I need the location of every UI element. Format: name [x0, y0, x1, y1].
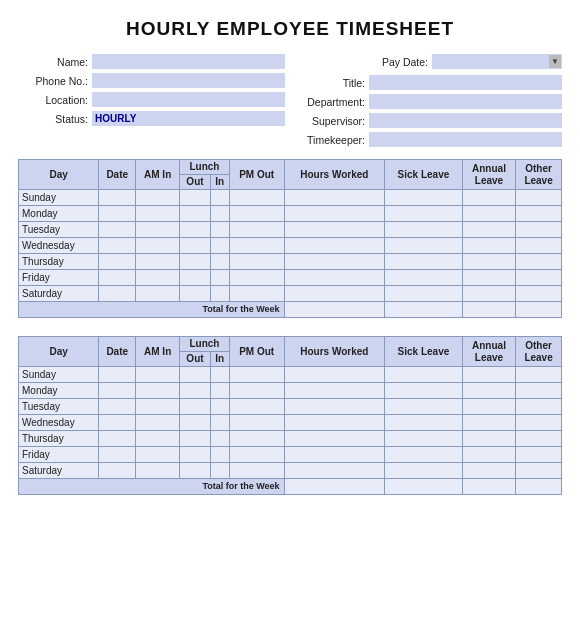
- total-annual-leave[interactable]: [462, 479, 515, 495]
- supervisor-input[interactable]: [369, 113, 562, 128]
- other-leave-cell[interactable]: [516, 399, 562, 415]
- pm-out-cell[interactable]: [229, 415, 284, 431]
- pm-out-cell[interactable]: [229, 190, 284, 206]
- lunch-out-cell[interactable]: [180, 463, 210, 479]
- timekeeper-input[interactable]: [369, 132, 562, 147]
- hours-worked-cell[interactable]: [284, 254, 384, 270]
- hours-worked-cell[interactable]: [284, 367, 384, 383]
- date-cell[interactable]: [99, 399, 136, 415]
- lunch-out-cell[interactable]: [180, 190, 210, 206]
- hours-worked-cell[interactable]: [284, 431, 384, 447]
- annual-leave-cell[interactable]: [462, 222, 515, 238]
- pm-out-cell[interactable]: [229, 399, 284, 415]
- hours-worked-cell[interactable]: [284, 270, 384, 286]
- date-cell[interactable]: [99, 431, 136, 447]
- am-in-cell[interactable]: [136, 270, 180, 286]
- annual-leave-cell[interactable]: [462, 206, 515, 222]
- annual-leave-cell[interactable]: [462, 399, 515, 415]
- date-cell[interactable]: [99, 286, 136, 302]
- annual-leave-cell[interactable]: [462, 367, 515, 383]
- total-sick-leave[interactable]: [385, 479, 463, 495]
- am-in-cell[interactable]: [136, 399, 180, 415]
- sick-leave-cell[interactable]: [385, 383, 463, 399]
- date-cell[interactable]: [99, 222, 136, 238]
- lunch-in-cell[interactable]: [210, 222, 229, 238]
- total-hours-worked[interactable]: [284, 302, 384, 318]
- other-leave-cell[interactable]: [516, 447, 562, 463]
- total-annual-leave[interactable]: [462, 302, 515, 318]
- location-input[interactable]: [92, 92, 285, 107]
- date-cell[interactable]: [99, 190, 136, 206]
- pm-out-cell[interactable]: [229, 222, 284, 238]
- sick-leave-cell[interactable]: [385, 431, 463, 447]
- status-input[interactable]: HOURLY: [92, 111, 285, 126]
- other-leave-cell[interactable]: [516, 383, 562, 399]
- other-leave-cell[interactable]: [516, 431, 562, 447]
- other-leave-cell[interactable]: [516, 463, 562, 479]
- sick-leave-cell[interactable]: [385, 190, 463, 206]
- lunch-out-cell[interactable]: [180, 447, 210, 463]
- annual-leave-cell[interactable]: [462, 383, 515, 399]
- am-in-cell[interactable]: [136, 206, 180, 222]
- annual-leave-cell[interactable]: [462, 190, 515, 206]
- date-cell[interactable]: [99, 383, 136, 399]
- sick-leave-cell[interactable]: [385, 238, 463, 254]
- sick-leave-cell[interactable]: [385, 463, 463, 479]
- sick-leave-cell[interactable]: [385, 399, 463, 415]
- lunch-out-cell[interactable]: [180, 254, 210, 270]
- title-input[interactable]: [369, 75, 562, 90]
- other-leave-cell[interactable]: [516, 238, 562, 254]
- am-in-cell[interactable]: [136, 222, 180, 238]
- annual-leave-cell[interactable]: [462, 463, 515, 479]
- lunch-in-cell[interactable]: [210, 238, 229, 254]
- pm-out-cell[interactable]: [229, 286, 284, 302]
- annual-leave-cell[interactable]: [462, 447, 515, 463]
- annual-leave-cell[interactable]: [462, 431, 515, 447]
- pm-out-cell[interactable]: [229, 431, 284, 447]
- annual-leave-cell[interactable]: [462, 270, 515, 286]
- lunch-in-cell[interactable]: [210, 254, 229, 270]
- sick-leave-cell[interactable]: [385, 286, 463, 302]
- lunch-in-cell[interactable]: [210, 415, 229, 431]
- pm-out-cell[interactable]: [229, 238, 284, 254]
- lunch-in-cell[interactable]: [210, 367, 229, 383]
- lunch-in-cell[interactable]: [210, 447, 229, 463]
- am-in-cell[interactable]: [136, 415, 180, 431]
- annual-leave-cell[interactable]: [462, 238, 515, 254]
- other-leave-cell[interactable]: [516, 415, 562, 431]
- sick-leave-cell[interactable]: [385, 415, 463, 431]
- lunch-out-cell[interactable]: [180, 367, 210, 383]
- lunch-out-cell[interactable]: [180, 286, 210, 302]
- sick-leave-cell[interactable]: [385, 254, 463, 270]
- date-cell[interactable]: [99, 254, 136, 270]
- other-leave-cell[interactable]: [516, 286, 562, 302]
- hours-worked-cell[interactable]: [284, 399, 384, 415]
- hours-worked-cell[interactable]: [284, 383, 384, 399]
- sick-leave-cell[interactable]: [385, 447, 463, 463]
- department-input[interactable]: [369, 94, 562, 109]
- other-leave-cell[interactable]: [516, 206, 562, 222]
- total-hours-worked[interactable]: [284, 479, 384, 495]
- annual-leave-cell[interactable]: [462, 254, 515, 270]
- date-cell[interactable]: [99, 238, 136, 254]
- lunch-in-cell[interactable]: [210, 383, 229, 399]
- phone-input[interactable]: [92, 73, 285, 88]
- pm-out-cell[interactable]: [229, 463, 284, 479]
- lunch-out-cell[interactable]: [180, 206, 210, 222]
- lunch-out-cell[interactable]: [180, 431, 210, 447]
- lunch-in-cell[interactable]: [210, 286, 229, 302]
- lunch-out-cell[interactable]: [180, 270, 210, 286]
- dropdown-arrow-icon[interactable]: ▼: [549, 55, 561, 68]
- total-other-leave[interactable]: [516, 302, 562, 318]
- lunch-in-cell[interactable]: [210, 463, 229, 479]
- annual-leave-cell[interactable]: [462, 286, 515, 302]
- am-in-cell[interactable]: [136, 367, 180, 383]
- other-leave-cell[interactable]: [516, 254, 562, 270]
- pm-out-cell[interactable]: [229, 447, 284, 463]
- hours-worked-cell[interactable]: [284, 463, 384, 479]
- pm-out-cell[interactable]: [229, 367, 284, 383]
- sick-leave-cell[interactable]: [385, 206, 463, 222]
- lunch-out-cell[interactable]: [180, 238, 210, 254]
- date-cell[interactable]: [99, 270, 136, 286]
- hours-worked-cell[interactable]: [284, 206, 384, 222]
